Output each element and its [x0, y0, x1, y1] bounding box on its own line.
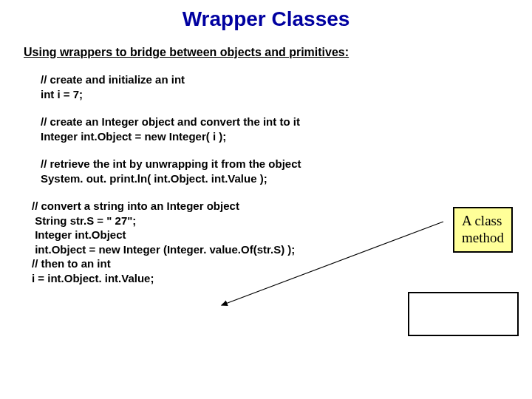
- code-line: System. out. print.ln( int.Object. int.V…: [41, 171, 532, 186]
- code-block-2: // create an Integer object and convert …: [41, 115, 532, 143]
- code-line: i = int.Object. int.Value;: [32, 271, 532, 286]
- page-title: Wrapper Classes: [0, 0, 532, 31]
- code-line: // create and initialize an int: [41, 72, 532, 87]
- code-block-3: // retrieve the int by unwrapping it fro…: [41, 157, 532, 185]
- empty-box: [408, 292, 519, 336]
- callout-line: method: [462, 230, 504, 247]
- callout-class-method: A class method: [453, 207, 513, 253]
- code-line: // then to an int: [32, 256, 532, 271]
- code-line: Integer int.Object = new Integer( i );: [41, 129, 532, 144]
- code-line: // create an Integer object and convert …: [41, 115, 532, 129]
- code-line: // retrieve the int by unwrapping it fro…: [41, 157, 532, 171]
- subtitle: Using wrappers to bridge between objects…: [24, 46, 532, 59]
- code-line: int i = 7;: [41, 87, 532, 102]
- callout-line: A class: [462, 213, 504, 230]
- code-block-1: // create and initialize an int int i = …: [41, 72, 532, 101]
